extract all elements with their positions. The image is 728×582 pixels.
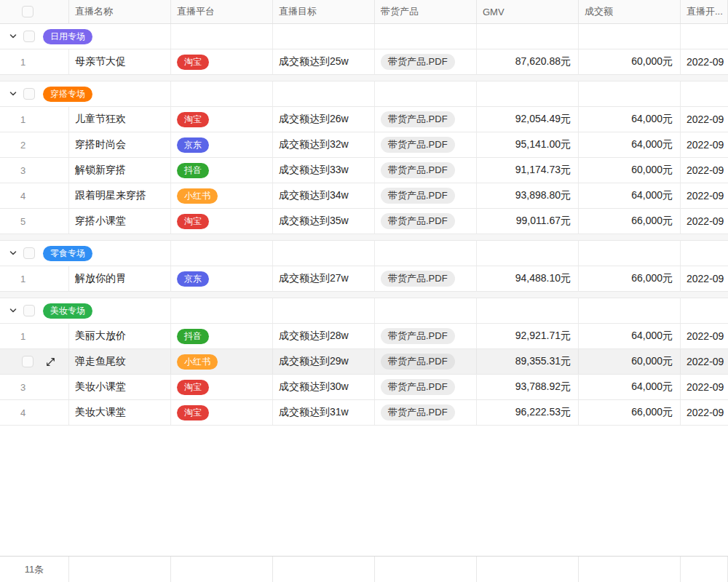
group-checkbox[interactable]: [23, 31, 35, 42]
cell-start-time[interactable]: 2022-09: [681, 324, 728, 348]
column-header-amount[interactable]: 成交额: [579, 0, 681, 23]
cell-gmv[interactable]: 92,921.71元: [477, 324, 579, 348]
cell-product[interactable]: 带货产品.PDF: [375, 375, 477, 399]
cell-amount[interactable]: 60,000元: [579, 349, 681, 374]
cell-product[interactable]: 带货产品.PDF: [375, 209, 477, 234]
cell-platform[interactable]: 淘宝: [171, 400, 273, 425]
row-index-cell[interactable]: 4: [0, 400, 69, 425]
cell-start-time[interactable]: 2022-09: [681, 349, 728, 374]
chevron-down-icon[interactable]: [9, 89, 17, 98]
row-index-cell[interactable]: 1: [0, 49, 69, 74]
cell-product[interactable]: 带货产品.PDF: [375, 266, 477, 291]
cell-gmv[interactable]: 92,054.49元: [477, 107, 579, 132]
cell-product[interactable]: 带货产品.PDF: [375, 400, 477, 425]
cell-gmv[interactable]: 93,898.80元: [477, 183, 579, 208]
cell-target[interactable]: 成交额达到25w: [273, 49, 375, 74]
cell-amount[interactable]: 66,000元: [579, 400, 681, 425]
row-index-cell[interactable]: 1: [0, 324, 69, 348]
cell-live-name[interactable]: 穿搭时尚会: [69, 132, 171, 157]
cell-product[interactable]: 带货产品.PDF: [375, 324, 477, 348]
chevron-down-icon[interactable]: [9, 306, 17, 315]
cell-amount[interactable]: 64,000元: [579, 107, 681, 132]
cell-live-name[interactable]: 母亲节大促: [69, 49, 171, 74]
cell-amount[interactable]: 60,000元: [579, 49, 681, 74]
row-index-cell[interactable]: 3: [0, 375, 69, 399]
cell-start-time[interactable]: 2022-09: [681, 107, 728, 132]
cell-live-name[interactable]: 美妆小课堂: [69, 375, 171, 399]
cell-product[interactable]: 带货产品.PDF: [375, 158, 477, 183]
cell-platform[interactable]: 淘宝: [171, 375, 273, 399]
cell-product[interactable]: 带货产品.PDF: [375, 107, 477, 132]
cell-start-time[interactable]: 2022-09: [681, 209, 728, 234]
row-index-cell[interactable]: 5: [0, 209, 69, 234]
chevron-down-icon[interactable]: [9, 249, 17, 258]
cell-platform[interactable]: 淘宝: [171, 107, 273, 132]
cell-live-name[interactable]: 解锁新穿搭: [69, 158, 171, 183]
cell-amount[interactable]: 64,000元: [579, 132, 681, 157]
cell-target[interactable]: 成交额达到34w: [273, 183, 375, 208]
cell-target[interactable]: 成交额达到28w: [273, 324, 375, 348]
column-header-start-time[interactable]: 直播开...: [681, 0, 728, 23]
cell-product[interactable]: 带货产品.PDF: [375, 349, 477, 374]
row-index-cell[interactable]: [0, 349, 69, 374]
cell-live-name[interactable]: 解放你的胃: [69, 266, 171, 291]
cell-gmv[interactable]: 96,222.53元: [477, 400, 579, 425]
cell-amount[interactable]: 64,000元: [579, 375, 681, 399]
cell-target[interactable]: 成交额达到27w: [273, 266, 375, 291]
cell-product[interactable]: 带货产品.PDF: [375, 132, 477, 157]
cell-amount[interactable]: 66,000元: [579, 266, 681, 291]
expand-record-button[interactable]: [45, 356, 56, 367]
cell-gmv[interactable]: 95,141.00元: [477, 132, 579, 157]
cell-platform[interactable]: 抖音: [171, 158, 273, 183]
cell-target[interactable]: 成交额达到31w: [273, 400, 375, 425]
row-index-cell[interactable]: 4: [0, 183, 69, 208]
cell-product[interactable]: 带货产品.PDF: [375, 49, 477, 74]
cell-gmv[interactable]: 99,011.67元: [477, 209, 579, 234]
cell-target[interactable]: 成交额达到26w: [273, 107, 375, 132]
cell-platform[interactable]: 淘宝: [171, 49, 273, 74]
cell-target[interactable]: 成交额达到35w: [273, 209, 375, 234]
cell-gmv[interactable]: 89,355.31元: [477, 349, 579, 374]
cell-platform[interactable]: 淘宝: [171, 209, 273, 234]
cell-platform[interactable]: 小红书: [171, 183, 273, 208]
column-header-platform[interactable]: 直播平台: [171, 0, 273, 23]
row-index-cell[interactable]: 1: [0, 107, 69, 132]
column-header-product[interactable]: 带货产品: [375, 0, 477, 23]
chevron-down-icon[interactable]: [9, 32, 17, 41]
cell-platform[interactable]: 小红书: [171, 349, 273, 374]
column-header-target[interactable]: 直播目标: [273, 0, 375, 23]
cell-product[interactable]: 带货产品.PDF: [375, 183, 477, 208]
cell-target[interactable]: 成交额达到32w: [273, 132, 375, 157]
cell-start-time[interactable]: 2022-09: [681, 132, 728, 157]
group-checkbox[interactable]: [23, 247, 35, 259]
cell-gmv[interactable]: 93,788.92元: [477, 375, 579, 399]
cell-platform[interactable]: 京东: [171, 132, 273, 157]
cell-target[interactable]: 成交额达到30w: [273, 375, 375, 399]
cell-start-time[interactable]: 2022-09: [681, 158, 728, 183]
group-checkbox[interactable]: [23, 88, 35, 100]
cell-live-name[interactable]: 穿搭小课堂: [69, 209, 171, 234]
row-index-cell[interactable]: 3: [0, 158, 69, 183]
group-checkbox[interactable]: [23, 305, 35, 316]
cell-start-time[interactable]: 2022-09: [681, 375, 728, 399]
column-header-gmv[interactable]: GMV: [477, 0, 579, 23]
select-all-checkbox[interactable]: [22, 6, 33, 17]
cell-live-name[interactable]: 儿童节狂欢: [69, 107, 171, 132]
cell-amount[interactable]: 60,000元: [579, 158, 681, 183]
row-checkbox[interactable]: [22, 356, 33, 367]
cell-platform[interactable]: 抖音: [171, 324, 273, 348]
cell-target[interactable]: 成交额达到33w: [273, 158, 375, 183]
cell-gmv[interactable]: 87,620.88元: [477, 49, 579, 74]
cell-amount[interactable]: 66,000元: [579, 209, 681, 234]
cell-target[interactable]: 成交额达到29w: [273, 349, 375, 374]
cell-start-time[interactable]: 2022-09: [681, 183, 728, 208]
cell-start-time[interactable]: 2022-09: [681, 400, 728, 425]
cell-live-name[interactable]: 跟着明星来穿搭: [69, 183, 171, 208]
cell-start-time[interactable]: 2022-09: [681, 49, 728, 74]
cell-amount[interactable]: 64,000元: [579, 324, 681, 348]
cell-gmv[interactable]: 94,488.10元: [477, 266, 579, 291]
row-index-cell[interactable]: 1: [0, 266, 69, 291]
cell-live-name[interactable]: 美丽大放价: [69, 324, 171, 348]
cell-platform[interactable]: 京东: [171, 266, 273, 291]
cell-start-time[interactable]: 2022-09: [681, 266, 728, 291]
